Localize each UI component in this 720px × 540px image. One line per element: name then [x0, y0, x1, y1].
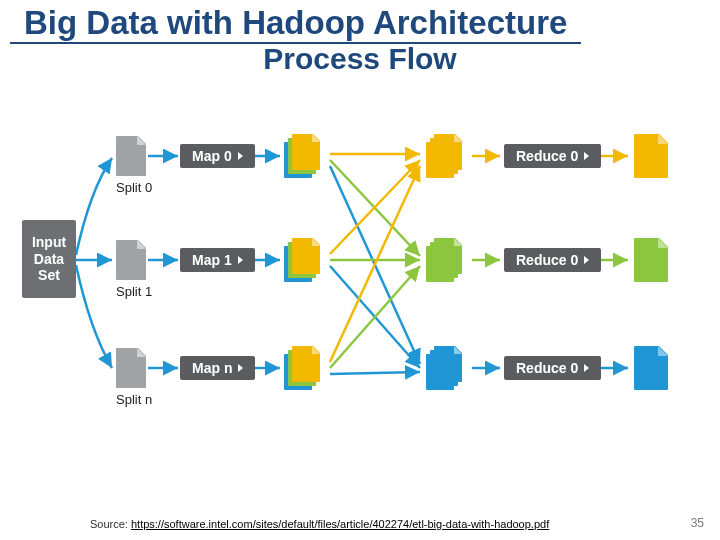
- shuffle-stack-yellow: [426, 134, 462, 178]
- shuffle-stack-blue: [426, 346, 462, 390]
- svg-line-12: [330, 166, 420, 362]
- split-label: Split n: [116, 392, 152, 407]
- reduce-label: Reduce 0: [516, 360, 578, 376]
- shuffle-stack-green: [426, 238, 462, 282]
- map-label: Map 1: [192, 252, 232, 268]
- svg-line-14: [330, 372, 420, 374]
- map-label: Map 0: [192, 148, 232, 164]
- split-label: Split 1: [116, 284, 152, 299]
- reduce-node: Reduce 0: [504, 356, 601, 380]
- reduce-node: Reduce 0: [504, 248, 601, 272]
- split-doc-icon: [116, 240, 146, 280]
- svg-line-11: [330, 266, 420, 368]
- map-label: Map n: [192, 360, 232, 376]
- reduce-label: Reduce 0: [516, 148, 578, 164]
- map-node: Map 1: [180, 248, 255, 272]
- split-doc-icon: [116, 348, 146, 388]
- reduce-label: Reduce 0: [516, 252, 578, 268]
- map-node: Map n: [180, 356, 255, 380]
- source-citation: Source: https://software.intel.com/sites…: [90, 518, 549, 530]
- split-doc-icon: [116, 136, 146, 176]
- reduce-node: Reduce 0: [504, 144, 601, 168]
- page-number: 35: [691, 516, 704, 530]
- source-link[interactable]: https://software.intel.com/sites/default…: [131, 518, 549, 530]
- map-output-stack: [284, 134, 320, 178]
- svg-line-9: [330, 160, 420, 254]
- source-prefix: Source:: [90, 518, 131, 530]
- map-output-stack: [284, 238, 320, 282]
- page-title: Big Data with Hadoop Architecture: [10, 0, 581, 44]
- map-output-stack: [284, 346, 320, 390]
- process-flow-diagram: Input Data Set Split 0 Split 1 Split n M…: [20, 120, 700, 460]
- output-doc-icon: [634, 346, 668, 390]
- svg-line-8: [330, 166, 420, 364]
- output-doc-icon: [634, 134, 668, 178]
- output-doc-icon: [634, 238, 668, 282]
- svg-line-13: [330, 266, 420, 368]
- map-node: Map 0: [180, 144, 255, 168]
- split-label: Split 0: [116, 180, 152, 195]
- page-subtitle: Process Flow: [0, 42, 720, 76]
- input-data-set-box: Input Data Set: [22, 220, 76, 298]
- svg-line-7: [330, 160, 420, 256]
